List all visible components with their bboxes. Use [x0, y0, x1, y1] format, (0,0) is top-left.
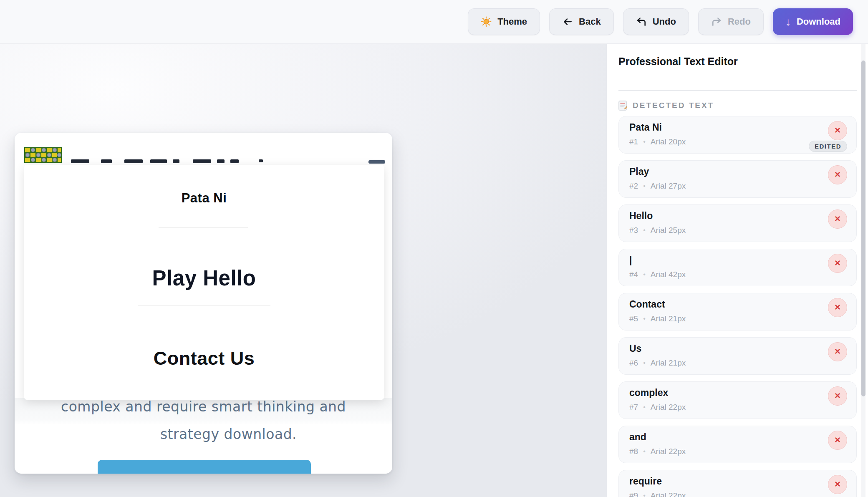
item-bullet: •	[643, 138, 646, 146]
item-font: Arial 21px	[651, 314, 686, 323]
item-text: Us	[629, 343, 641, 354]
close-icon: ×	[835, 169, 840, 179]
clipped-heading-fragment	[124, 159, 143, 163]
item-index: #1	[629, 137, 638, 146]
detected-text-item[interactable]: | #4 • Arial 42px ×	[618, 249, 857, 286]
detected-text-item[interactable]: Contact #5 • Arial 21px ×	[618, 293, 857, 330]
item-meta: #3 • Arial 25px	[629, 226, 686, 235]
modal-heading-text[interactable]: Play Hello	[24, 266, 384, 290]
close-icon: ×	[835, 391, 840, 401]
clipped-heading-fragment	[71, 159, 89, 163]
document-paragraph-line2: strategy download.	[40, 426, 392, 442]
close-icon: ×	[835, 214, 840, 224]
item-meta: #2 • Arial 27px	[629, 182, 686, 191]
modal-contact-text[interactable]: Contact Us	[24, 348, 384, 369]
item-meta: #8 • Arial 22px	[629, 447, 686, 456]
delete-button[interactable]: ×	[828, 209, 847, 229]
app-root: Theme Back Undo Redo	[0, 0, 868, 497]
redo-arrow-icon	[711, 16, 722, 27]
clipped-heading-fragment	[101, 159, 112, 163]
delete-button[interactable]: ×	[828, 254, 847, 273]
close-icon: ×	[835, 258, 840, 268]
clipped-heading	[71, 159, 330, 164]
theme-button[interactable]: Theme	[468, 8, 540, 35]
download-button[interactable]: ↓ Download	[773, 8, 853, 35]
item-font: Arial 22px	[651, 403, 686, 412]
text-editor-sidebar: Professional Text Editor DETECTED TEXT P…	[606, 44, 868, 497]
document-preview-card[interactable]: complex and require smart thinking and s…	[15, 133, 392, 474]
delete-button[interactable]: ×	[828, 342, 847, 361]
redo-button-label: Redo	[728, 16, 751, 27]
item-font: Arial 42px	[651, 270, 686, 279]
document-blue-button[interactable]	[98, 460, 311, 474]
redo-button[interactable]: Redo	[698, 8, 764, 35]
item-font: Arial 21px	[651, 358, 686, 368]
detected-text-list: Pata Ni #1 • Arial 20px × EDITED Play #2…	[618, 116, 857, 497]
item-font: Arial 20px	[651, 137, 686, 146]
item-text: Hello	[629, 210, 653, 222]
detected-text-label: DETECTED TEXT	[633, 101, 714, 110]
back-button[interactable]: Back	[549, 8, 614, 35]
sidebar-scrollbar-thumb[interactable]	[861, 61, 865, 396]
item-text: require	[629, 476, 662, 487]
detected-text-item[interactable]: Hello #3 • Arial 25px ×	[618, 204, 857, 242]
sun-icon	[481, 16, 492, 27]
item-font: Arial 22px	[651, 491, 686, 497]
undo-button[interactable]: Undo	[623, 8, 689, 35]
detected-text-item[interactable]: Us #6 • Arial 21px ×	[618, 337, 857, 375]
item-index: #6	[629, 358, 638, 368]
detected-text-item[interactable]: Play #2 • Arial 27px ×	[618, 160, 857, 198]
item-index: #4	[629, 270, 638, 279]
item-text: and	[629, 431, 646, 443]
delete-button[interactable]: ×	[828, 475, 847, 494]
item-text: Pata Ni	[629, 122, 662, 133]
clipped-heading-fragment	[259, 159, 263, 162]
item-meta: #6 • Arial 21px	[629, 358, 686, 368]
sidebar-divider	[618, 90, 857, 91]
item-index: #2	[629, 182, 638, 191]
delete-button[interactable]: ×	[828, 165, 847, 184]
clipped-heading-fragment	[217, 159, 225, 163]
detected-text-item[interactable]: Pata Ni #1 • Arial 20px × EDITED	[618, 116, 857, 154]
item-bullet: •	[643, 315, 646, 323]
item-bullet: •	[643, 182, 646, 190]
detected-text-item[interactable]: complex #7 • Arial 22px ×	[618, 381, 857, 419]
close-icon: ×	[835, 346, 840, 356]
close-icon: ×	[835, 125, 840, 135]
item-text: complex	[629, 387, 668, 399]
download-arrow-icon: ↓	[785, 16, 791, 27]
detected-text-item[interactable]: and #8 • Arial 22px ×	[618, 426, 857, 463]
item-index: #3	[629, 226, 638, 235]
arrow-left-icon	[562, 16, 573, 27]
item-bullet: •	[643, 492, 646, 497]
canvas-area: complex and require smart thinking and s…	[0, 44, 606, 497]
clipped-heading-fragment	[230, 159, 239, 163]
edited-badge: EDITED	[809, 141, 847, 152]
undo-arrow-icon	[636, 16, 647, 27]
item-font: Arial 22px	[651, 447, 686, 456]
item-meta: #7 • Arial 22px	[629, 403, 686, 412]
hamburger-menu-icon[interactable]	[368, 160, 385, 164]
item-font: Arial 25px	[651, 226, 686, 235]
delete-button[interactable]: ×	[828, 121, 847, 140]
item-font: Arial 27px	[651, 182, 686, 191]
close-icon: ×	[835, 435, 840, 445]
memo-icon	[618, 101, 628, 111]
item-meta: #9 • Arial 22px	[629, 491, 686, 497]
sidebar-title: Professional Text Editor	[618, 56, 738, 68]
toolbar: Theme Back Undo Redo	[0, 0, 868, 44]
clipped-heading-fragment	[150, 159, 167, 163]
checkerboard-logo	[24, 147, 62, 163]
item-text: Play	[629, 166, 649, 177]
delete-button[interactable]: ×	[828, 386, 847, 406]
detected-text-item[interactable]: require #9 • Arial 22px ×	[618, 470, 857, 497]
delete-button[interactable]: ×	[828, 298, 847, 317]
clipped-heading-fragment	[193, 159, 211, 163]
delete-button[interactable]: ×	[828, 431, 847, 450]
modal-divider	[159, 227, 248, 228]
item-text: |	[629, 255, 632, 266]
item-bullet: •	[643, 227, 646, 234]
clipped-heading-fragment	[173, 159, 179, 163]
document-modal: Pata Ni Play Hello Contact Us	[24, 165, 384, 400]
modal-title-text[interactable]: Pata Ni	[24, 191, 384, 206]
